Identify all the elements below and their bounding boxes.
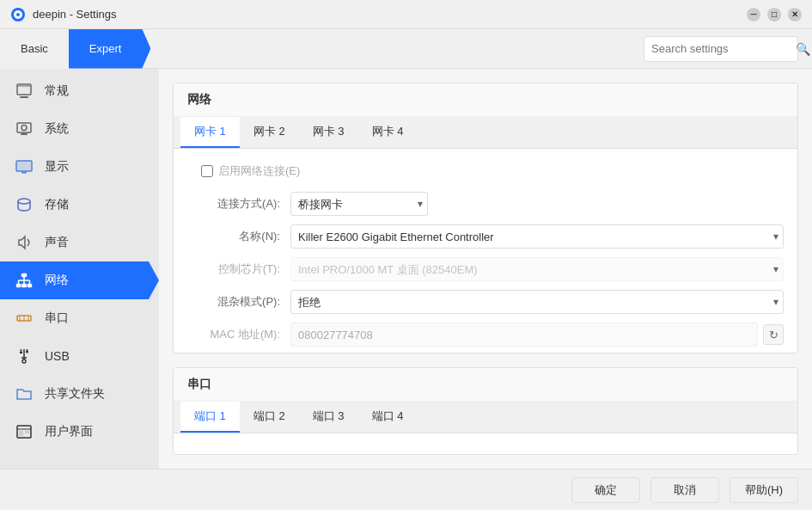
- svg-point-26: [22, 359, 26, 363]
- serial-tab-3[interactable]: 端口 3: [299, 402, 358, 433]
- sidebar-label-system: 系统: [45, 121, 69, 137]
- serial-section-title: 串口: [174, 368, 797, 402]
- help-button[interactable]: 帮助(H): [730, 477, 798, 503]
- connection-type-value: 桥接网卡 NAT 仅主机: [290, 192, 784, 216]
- storage-icon: [14, 194, 34, 215]
- bottom-bar: 确定 取消 帮助(H): [0, 469, 812, 510]
- main-panel: 网络 网卡 1 网卡 2 网卡 3 网卡 4 启用网络连接(E) 连接方式(A)…: [159, 69, 812, 469]
- sidebar-label-general: 常规: [45, 83, 69, 99]
- mac-row: MAC 地址(M): ↻: [187, 323, 784, 347]
- svg-rect-6: [17, 123, 31, 132]
- ui-icon: [14, 421, 34, 442]
- sidebar-item-serial[interactable]: 串口: [0, 299, 159, 337]
- window-title: deepin - Settings: [33, 8, 747, 21]
- chip-select-wrapper: Intel PRO/1000 MT 桌面 (82540EM): [290, 257, 784, 281]
- sidebar-item-system[interactable]: 系统: [0, 110, 159, 148]
- serial-section: 串口 端口 1 端口 2 端口 3 端口 4: [173, 367, 798, 455]
- promiscuous-row: 混杂模式(P): 拒绝 允许虚拟机 全部允许: [187, 290, 784, 314]
- nic-name-wrapper: Killer E2600 Gigabit Ethernet Controller: [290, 224, 784, 249]
- display-icon: [14, 157, 34, 177]
- chip-row: 控制芯片(T): Intel PRO/1000 MT 桌面 (82540EM): [187, 257, 784, 281]
- network-tab-4[interactable]: 网卡 4: [358, 117, 418, 148]
- folder-icon: [14, 384, 34, 404]
- sidebar-label-ui: 用户界面: [45, 424, 93, 439]
- chip-label: 控制芯片(T):: [187, 261, 290, 277]
- sidebar-label-display: 显示: [45, 159, 69, 175]
- network-section-title: 网络: [174, 83, 797, 117]
- mac-input[interactable]: [290, 323, 758, 347]
- usb-icon: [14, 346, 34, 366]
- nic-name-select[interactable]: Killer E2600 Gigabit Ethernet Controller: [290, 224, 784, 249]
- nic-name-label: 名称(N):: [187, 229, 290, 244]
- maximize-button[interactable]: □: [767, 8, 781, 22]
- network-tabs: 网卡 1 网卡 2 网卡 3 网卡 4: [174, 117, 797, 149]
- search-icon: 🔍: [796, 42, 810, 56]
- app-icon: [10, 7, 26, 22]
- svg-rect-13: [21, 273, 27, 277]
- cancel-button[interactable]: 取消: [650, 477, 719, 503]
- sidebar-item-network[interactable]: 网络: [0, 261, 159, 299]
- ok-button[interactable]: 确定: [571, 477, 640, 503]
- sidebar-item-ui[interactable]: 用户界面: [0, 413, 159, 451]
- sidebar-label-network: 网络: [45, 273, 69, 288]
- svg-rect-33: [19, 431, 23, 436]
- audio-icon: [14, 232, 34, 253]
- network-tab-3[interactable]: 网卡 3: [299, 117, 358, 148]
- svg-point-12: [18, 199, 30, 204]
- minimize-button[interactable]: ─: [747, 8, 760, 22]
- svg-rect-15: [21, 284, 27, 287]
- sidebar-item-display[interactable]: 显示: [0, 148, 159, 186]
- serial-tab-4[interactable]: 端口 4: [358, 402, 418, 433]
- enable-network-checkbox[interactable]: [201, 165, 213, 177]
- nic-name-value: Killer E2600 Gigabit Ethernet Controller: [290, 224, 784, 249]
- serial-content: [174, 433, 797, 455]
- sidebar: 常规 系统: [0, 69, 159, 469]
- serial-tab-2[interactable]: 端口 2: [240, 402, 299, 433]
- svg-rect-34: [25, 431, 29, 433]
- svg-rect-27: [20, 352, 22, 353]
- general-icon: [14, 81, 34, 101]
- tab-expert[interactable]: Expert: [69, 29, 151, 69]
- mac-refresh-button[interactable]: ↻: [763, 324, 784, 345]
- network-icon: [14, 270, 34, 291]
- chip-value-wrapper: Intel PRO/1000 MT 桌面 (82540EM): [290, 257, 784, 281]
- serial-tabs: 端口 1 端口 2 端口 3 端口 4: [174, 402, 797, 433]
- connection-type-select[interactable]: 桥接网卡 NAT 仅主机: [290, 192, 428, 216]
- svg-point-2: [16, 13, 20, 16]
- app-container: Basic Expert 🔍 常规: [0, 29, 812, 510]
- svg-point-8: [21, 126, 27, 131]
- nic-name-row: 名称(N): Killer E2600 Gigabit Ethernet Con…: [187, 224, 784, 249]
- sidebar-item-audio[interactable]: 声音: [0, 224, 159, 261]
- connection-type-wrapper: 桥接网卡 NAT 仅主机: [290, 192, 428, 216]
- enable-network-row: 启用网络连接(E): [201, 159, 784, 183]
- promiscuous-value: 拒绝 允许虚拟机 全部允许: [290, 290, 784, 314]
- serial-tab-1[interactable]: 端口 1: [180, 402, 240, 433]
- sidebar-item-storage[interactable]: 存储: [0, 186, 159, 224]
- sidebar-item-usb[interactable]: USB: [0, 337, 159, 375]
- connection-type-label: 连接方式(A):: [187, 196, 290, 212]
- network-tab-1[interactable]: 网卡 1: [180, 117, 240, 148]
- close-button[interactable]: ✕: [788, 8, 802, 22]
- tab-basic[interactable]: Basic: [0, 29, 69, 69]
- network-section: 网络 网卡 1 网卡 2 网卡 3 网卡 4 启用网络连接(E) 连接方式(A)…: [173, 83, 798, 353]
- titlebar: deepin - Settings ─ □ ✕: [0, 0, 812, 29]
- mac-input-wrapper: ↻: [290, 323, 784, 347]
- sidebar-label-usb: USB: [45, 349, 70, 363]
- topbar: Basic Expert 🔍: [0, 29, 812, 69]
- svg-rect-7: [21, 133, 27, 135]
- serial-icon: [14, 308, 34, 329]
- svg-rect-10: [21, 172, 27, 174]
- svg-rect-14: [16, 284, 21, 287]
- sidebar-label-shared-folder: 共享文件夹: [45, 386, 105, 402]
- chip-select: Intel PRO/1000 MT 桌面 (82540EM): [290, 257, 784, 281]
- network-form: 启用网络连接(E) 连接方式(A): 桥接网卡 NAT 仅主机: [174, 149, 797, 353]
- connection-type-row: 连接方式(A): 桥接网卡 NAT 仅主机: [187, 192, 784, 216]
- sidebar-item-shared-folder[interactable]: 共享文件夹: [0, 375, 159, 413]
- sidebar-item-general[interactable]: 常规: [0, 72, 159, 110]
- search-input[interactable]: [651, 42, 796, 55]
- mac-label: MAC 地址(M):: [187, 327, 290, 342]
- enable-network-label: 启用网络连接(E): [218, 163, 300, 179]
- network-tab-2[interactable]: 网卡 2: [240, 117, 299, 148]
- window-controls: ─ □ ✕: [747, 8, 802, 22]
- promiscuous-select[interactable]: 拒绝 允许虚拟机 全部允许: [290, 290, 784, 314]
